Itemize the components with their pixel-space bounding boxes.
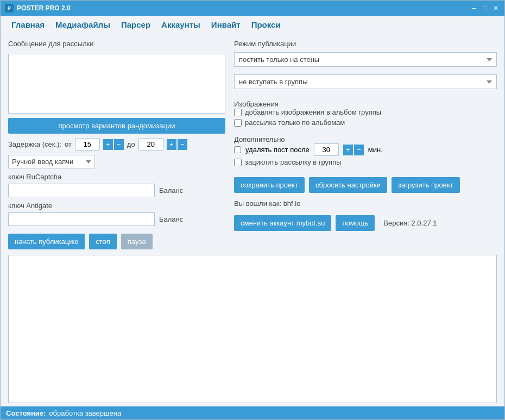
add-to-album-label: добавлять изображения в альбом группы <box>245 108 381 116</box>
save-project-button[interactable]: сохранить проект <box>234 177 305 193</box>
delay-from-stepper: + − <box>103 139 124 150</box>
antigate-balance: Баланс <box>159 215 183 223</box>
message-label: Сообщение для рассылки <box>8 40 225 48</box>
antigate-row: ключ Antigate Баланс <box>8 202 225 226</box>
additional-label: Дополнительно <box>234 135 497 143</box>
menu-item-parser[interactable]: Парсер <box>117 18 155 32</box>
title-bar: P POSTER PRO 2.0 ─ □ ✕ <box>1 1 504 16</box>
rucaptcha-row: ключ RuCaptcha Баланс <box>8 173 225 197</box>
logged-as-label: Вы вошли как: <box>234 199 281 208</box>
album-only-row: рассылка только по альбомам <box>234 118 497 127</box>
captcha-row: Ручной ввод капчи RuCaptcha Antigate <box>8 155 225 168</box>
pub-mode-label: Режим публикации <box>234 40 497 48</box>
right-buttons-row: сохранить проект сбросить настройки загр… <box>234 177 497 193</box>
title-bar-left: P POSTER PRO 2.0 <box>5 4 71 12</box>
loop-row: зациклить рассылку в группы <box>234 158 497 166</box>
to-label: до <box>127 140 135 148</box>
join-group-select[interactable]: не вступать в группы вступать в группы <box>234 74 497 89</box>
delay-row: Задержка (сек.): от + − до + − <box>8 138 225 151</box>
menu-item-media[interactable]: Медиафайлы <box>51 18 115 32</box>
delay-label: Задержка (сек.): <box>8 140 61 148</box>
delete-after-unit: мин. <box>368 146 383 154</box>
main-window: P POSTER PRO 2.0 ─ □ ✕ Главная Медиафайл… <box>0 0 505 420</box>
window-title: POSTER PRO 2.0 <box>17 4 71 12</box>
delete-after-row: удалять пост после + − мин. <box>234 143 497 156</box>
delete-stepper: + − <box>343 145 364 155</box>
rucaptcha-input-row: Баланс <box>8 184 225 197</box>
logged-in-row: Вы вошли как: bhf.io <box>234 199 497 208</box>
app-icon: P <box>5 4 14 12</box>
right-panel: Режим публикации постить только на стены… <box>234 40 497 249</box>
status-label: Состояние: <box>6 409 46 417</box>
menu-bar: Главная Медиафайлы Парсер Аккаунты Инвай… <box>1 16 504 34</box>
title-controls: ─ □ ✕ <box>470 4 500 12</box>
action-row: начать публикацию стоп пауза <box>8 234 225 249</box>
rucaptcha-balance: Баланс <box>159 186 183 195</box>
antigate-label: ключ Antigate <box>8 202 225 210</box>
delete-after-checkbox[interactable] <box>234 146 241 153</box>
maximize-button[interactable]: □ <box>481 4 489 12</box>
delay-from-input[interactable] <box>75 138 100 151</box>
images-section: Изображения добавлять изображения в альб… <box>234 100 497 129</box>
rucaptcha-label: ключ RuCaptcha <box>8 173 225 181</box>
delay-from-minus-button[interactable]: − <box>114 139 124 150</box>
minimize-button[interactable]: ─ <box>470 4 478 12</box>
change-account-button[interactable]: сменить аккаунт mybot.su <box>234 215 331 231</box>
additional-section: Дополнительно удалять пост после + − мин… <box>234 135 497 168</box>
log-area <box>8 255 497 403</box>
delete-minus-button[interactable]: − <box>354 145 364 155</box>
menu-item-invite[interactable]: Инвайт <box>207 18 245 32</box>
rucaptcha-input[interactable] <box>8 184 155 197</box>
logged-as-value: bhf.io <box>283 199 301 208</box>
bottom-right-row: сменить аккаунт mybot.su помощь Версия: … <box>234 215 497 231</box>
load-project-button[interactable]: загрузить проект <box>392 177 460 193</box>
antigate-input-row: Баланс <box>8 212 225 226</box>
status-bar: Состояние: обработка завершена <box>1 406 504 419</box>
message-textarea[interactable] <box>8 54 225 114</box>
delete-after-label: удалять пост после <box>245 146 310 154</box>
menu-item-glavnaya[interactable]: Главная <box>7 18 49 32</box>
delete-after-input[interactable] <box>314 143 339 156</box>
delay-to-input[interactable] <box>138 138 163 151</box>
captcha-select[interactable]: Ручной ввод капчи RuCaptcha Antigate <box>8 155 95 168</box>
delete-plus-button[interactable]: + <box>343 145 353 155</box>
add-to-album-checkbox[interactable] <box>234 109 242 116</box>
left-panel: Сообщение для рассылки просмотр варианто… <box>8 40 225 249</box>
menu-item-proxy[interactable]: Прокси <box>247 18 285 32</box>
pause-button[interactable]: пауза <box>121 234 153 249</box>
delay-to-plus-button[interactable]: + <box>167 139 176 150</box>
delay-from-plus-button[interactable]: + <box>103 139 113 150</box>
start-button[interactable]: начать публикацию <box>8 234 85 249</box>
help-button[interactable]: помощь <box>336 215 375 231</box>
delay-to-minus-button[interactable]: − <box>178 139 187 150</box>
from-label: от <box>65 140 72 148</box>
add-to-album-row: добавлять изображения в альбом группы <box>234 108 497 116</box>
content-area: Сообщение для рассылки просмотр варианто… <box>1 34 504 406</box>
antigate-input[interactable] <box>8 212 155 226</box>
delay-to-stepper: + − <box>167 139 187 150</box>
close-button[interactable]: ✕ <box>491 4 500 12</box>
album-only-checkbox[interactable] <box>234 119 242 127</box>
loop-checkbox[interactable] <box>234 159 242 166</box>
randomize-button[interactable]: просмотр вариантов рандомизации <box>8 118 225 134</box>
reset-settings-button[interactable]: сбросить настройки <box>309 177 387 193</box>
pub-mode-select[interactable]: постить только на стены постить в группы… <box>234 52 497 67</box>
menu-item-accounts[interactable]: Аккаунты <box>157 18 205 32</box>
status-value: обработка завершена <box>49 409 121 417</box>
album-only-label: рассылка только по альбомам <box>245 118 345 127</box>
version-label: Версия: 2.0.27.1 <box>383 219 437 227</box>
loop-label: зациклить рассылку в группы <box>245 158 342 166</box>
stop-button[interactable]: стоп <box>89 234 117 249</box>
images-label: Изображения <box>234 100 497 108</box>
main-row: Сообщение для рассылки просмотр варианто… <box>8 40 497 249</box>
